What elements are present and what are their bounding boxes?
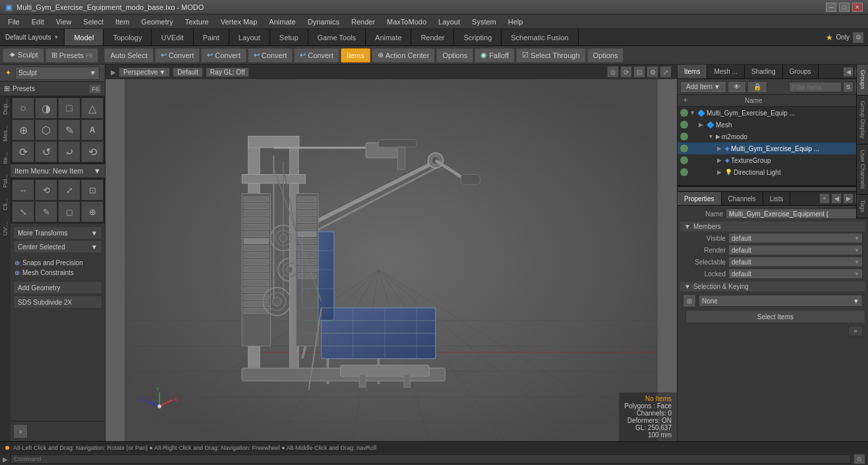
menu-view[interactable]: View — [51, 16, 77, 27]
add-item-button[interactable]: Add Item ▼ — [680, 81, 726, 93]
convert-button-3[interactable]: ↩ Convert — [248, 48, 293, 63]
tool-pen[interactable]: ✎ — [58, 119, 80, 140]
menu-item[interactable]: Item — [110, 16, 134, 27]
zoom-fit-icon[interactable]: ⊡ — [633, 66, 645, 78]
convert-button-1[interactable]: ↩ Convert — [155, 48, 200, 63]
tree-row-3[interactable]: ▶ ◈ Multi_Gym_Exercise_Equip ... — [678, 142, 868, 154]
command-input[interactable] — [11, 454, 851, 464]
menu-select[interactable]: Select — [78, 16, 109, 27]
mesh-constraints-row[interactable]: ⊕ Mesh Constraints — [13, 268, 102, 277]
plus-tool[interactable]: ⊕ — [81, 201, 103, 222]
edge-tab-groups[interactable]: Groups — [857, 65, 868, 96]
tool-rot6[interactable]: ⟲ — [81, 141, 103, 162]
tree-row-2[interactable]: ▼ ▶ m2modo — [678, 131, 868, 142]
menu-system[interactable]: System — [467, 16, 502, 27]
expand-1[interactable]: ▶ — [699, 121, 705, 128]
tab-model[interactable]: Model — [65, 29, 103, 46]
tool-tri[interactable]: △ — [81, 98, 103, 119]
add-geometry-btn[interactable]: Add Geometry — [13, 281, 102, 294]
reset-icon[interactable]: ⟳ — [620, 66, 632, 78]
expand-prop-btn[interactable]: » — [848, 326, 863, 336]
tool-rot4[interactable]: ↺ — [35, 141, 57, 162]
tool-rotate2[interactable]: ⬡ — [35, 119, 57, 140]
items-tree[interactable]: ▼ 🔷 Multi_Gym_Exercise_Equip ... ▶ 🔷 Mes… — [678, 107, 868, 186]
vis-3[interactable] — [680, 144, 688, 152]
tab-layout[interactable]: Layout — [229, 29, 270, 46]
menu-dynamics[interactable]: Dynamics — [303, 16, 345, 27]
viewport-3d[interactable]: X Y Z No Items Polygons : Face Channels:… — [105, 79, 677, 441]
expand-3[interactable]: ▶ — [717, 145, 724, 152]
minimize-button[interactable]: ─ — [826, 3, 836, 12]
menu-geometry[interactable]: Geometry — [136, 16, 178, 27]
tab-setup[interactable]: Setup — [270, 29, 308, 46]
falloff-button[interactable]: ◉ Falloff — [475, 48, 515, 63]
tool-rotate1[interactable]: ⊕ — [12, 119, 34, 140]
tab-collapse-btn[interactable]: ◀ — [843, 67, 854, 77]
rotate-tool[interactable]: ⟲ — [35, 179, 57, 201]
tab-shading[interactable]: Shading — [745, 65, 783, 78]
convert-button-2[interactable]: ↩ Convert — [201, 48, 246, 63]
tab-scripting[interactable]: Scripting — [454, 29, 502, 46]
view-type-dropdown[interactable]: Perspective ▼ — [119, 67, 170, 77]
sculpt-dropdown[interactable]: Sculpt ▼ — [15, 67, 100, 80]
render-dropdown[interactable]: default ▼ — [728, 245, 863, 255]
menu-file[interactable]: File — [3, 16, 25, 27]
more-transforms-dropdown[interactable]: More Transforms ▼ — [13, 226, 102, 239]
mirror-tool[interactable]: ⤡ — [12, 201, 34, 222]
presets-button[interactable]: ⊞ Presets F6 — [45, 48, 99, 63]
tree-scrollbar[interactable] — [678, 186, 868, 191]
item-menu-row[interactable]: Item Menu: New Item ▼ — [11, 164, 105, 178]
camera-icon[interactable]: ⊙ — [607, 66, 619, 78]
expand-2[interactable]: ▼ — [708, 133, 714, 140]
vis-1[interactable] — [680, 121, 688, 129]
viewport[interactable]: ▶ Perspective ▼ Default Ray GL: Off ⊙ ⟳ … — [105, 65, 677, 441]
tab-mesh[interactable]: Mesh ... — [707, 65, 745, 78]
tool-text[interactable]: A — [81, 119, 103, 140]
prop-tab-lists[interactable]: Lists — [763, 192, 791, 205]
sq-tool[interactable]: ◻ — [58, 201, 80, 222]
style-dropdown[interactable]: Default — [173, 67, 203, 77]
edge-tab-tags[interactable]: Tags — [857, 195, 868, 218]
selection-keying-section[interactable]: ▼ Selection & Keying — [680, 282, 865, 292]
tool-sphere[interactable]: ○ — [12, 98, 34, 119]
prop-tab-properties[interactable]: Properties — [678, 192, 722, 205]
menu-animate[interactable]: Animate — [264, 16, 301, 27]
name-prop-input[interactable] — [726, 208, 865, 219]
titlebar-controls[interactable]: ─ □ ✕ — [826, 3, 863, 12]
move-tool[interactable]: ↔ — [12, 179, 34, 201]
tool-half[interactable]: ◑ — [35, 98, 57, 119]
maximize-button[interactable]: □ — [839, 3, 850, 12]
menu-texture[interactable]: Texture — [180, 16, 214, 27]
lock-icon-btn[interactable]: 🔒 — [747, 81, 767, 93]
items-button[interactable]: Items — [341, 48, 370, 63]
tab-topology[interactable]: Topology — [103, 29, 152, 46]
menu-edit[interactable]: Edit — [26, 16, 49, 27]
prop-add-btn[interactable]: + — [819, 193, 830, 204]
menu-maxtomodo[interactable]: MaxToModo — [382, 16, 432, 27]
options-button-1[interactable]: Options — [436, 48, 473, 63]
vis-0[interactable] — [680, 109, 688, 117]
options-button-2[interactable]: Options — [587, 48, 624, 63]
members-section[interactable]: ▼ Members — [680, 222, 865, 232]
select-items-btn[interactable]: Select Items — [685, 310, 865, 323]
eye-icon-btn[interactable]: 👁 — [728, 81, 746, 93]
visible-dropdown[interactable]: default ▼ — [728, 233, 863, 243]
expand-sidebar-btn[interactable]: » — [13, 424, 28, 439]
tool-rot5[interactable]: ⤾ — [58, 141, 80, 162]
edge-tab-group-display[interactable]: Group Display — [857, 96, 868, 144]
expand-5[interactable]: ▶ — [717, 169, 724, 175]
shading-dropdown[interactable]: Ray GL: Off — [206, 67, 250, 77]
convert-button-4[interactable]: ↩ Convert — [294, 48, 339, 63]
selectable-dropdown[interactable]: default ▼ — [728, 257, 863, 267]
expand-4[interactable]: ▶ — [717, 157, 724, 164]
fullscreen-icon[interactable]: ⤢ — [660, 66, 672, 78]
close-button[interactable]: ✕ — [852, 3, 863, 12]
action-center-button[interactable]: ⊕ Action Center — [372, 48, 436, 63]
tab-game-tools[interactable]: Game Tools — [308, 29, 366, 46]
tab-schematic[interactable]: Schematic Fusion — [502, 29, 578, 46]
sds-subdivide-btn[interactable]: SDS Subdivide 2X — [13, 295, 102, 309]
tab-paint[interactable]: Paint — [194, 29, 229, 46]
settings-icon[interactable]: ⚙ — [852, 32, 864, 44]
prop-expand-btn[interactable]: ▶ — [843, 193, 854, 204]
filter-input[interactable] — [789, 82, 842, 92]
